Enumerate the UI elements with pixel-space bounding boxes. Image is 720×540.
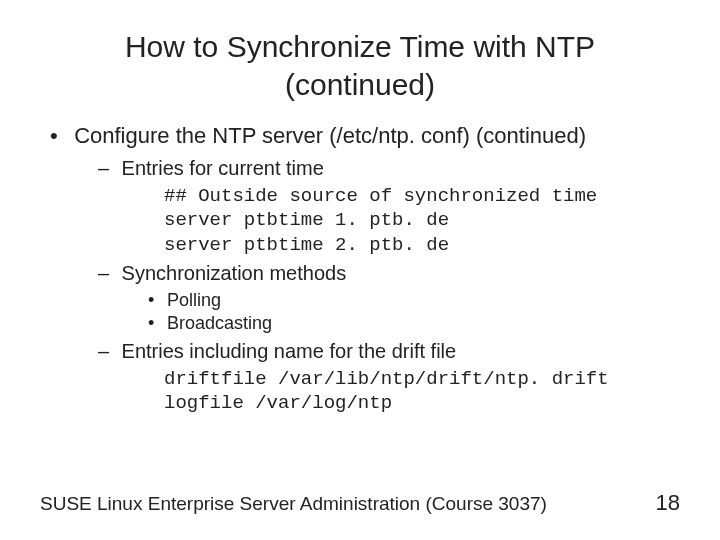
level2-list: Entries for current time ## Outside sour… [68,155,680,416]
code-line: server ptbtime 1. ptb. de [164,208,680,233]
level3-text: Polling [167,290,221,310]
code-line: server ptbtime 2. ptb. de [164,233,680,258]
level3-item-polling: Polling [148,289,680,312]
level3-list: Polling Broadcasting [116,289,680,336]
code-line: logfile /var/log/ntp [164,391,680,416]
level2-text: Entries for current time [122,157,324,179]
code-block-a: ## Outside source of synchronized time s… [116,184,680,258]
bullet-list: Configure the NTP server (/etc/ntp. conf… [40,121,680,416]
slide: How to Synchronize Time with NTP (contin… [0,0,720,540]
level2-text: Entries including name for the drift fil… [122,340,457,362]
slide-footer: SUSE Linux Enterprise Server Administrat… [40,490,680,516]
code-line: ## Outside source of synchronized time [164,184,680,209]
slide-title: How to Synchronize Time with NTP (contin… [40,28,680,103]
code-block-c: driftfile /var/lib/ntp/drift/ntp. drift … [116,367,680,416]
title-line-1: How to Synchronize Time with NTP [125,30,595,63]
footer-text: SUSE Linux Enterprise Server Administrat… [40,493,547,515]
level2-item-drift: Entries including name for the drift fil… [98,338,680,416]
level1-item: Configure the NTP server (/etc/ntp. conf… [40,121,680,416]
level3-item-broadcasting: Broadcasting [148,312,680,335]
level3-text: Broadcasting [167,313,272,333]
level2-item-entries: Entries for current time ## Outside sour… [98,155,680,258]
page-number: 18 [656,490,680,516]
title-line-2: (continued) [285,68,435,101]
level2-item-sync: Synchronization methods Polling Broadcas… [98,260,680,336]
code-line: driftfile /var/lib/ntp/drift/ntp. drift [164,367,680,392]
level1-text: Configure the NTP server (/etc/ntp. conf… [74,123,586,148]
level2-text: Synchronization methods [122,262,347,284]
